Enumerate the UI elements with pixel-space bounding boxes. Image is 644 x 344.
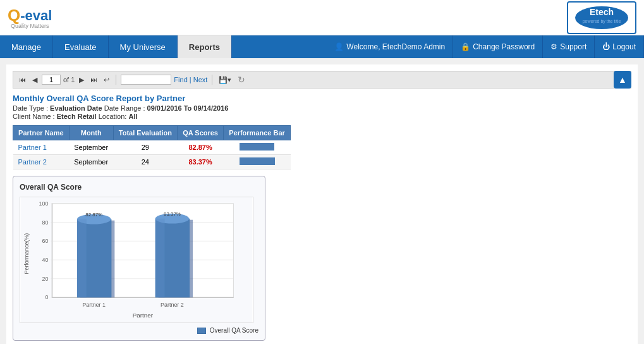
nav-bar: Manage Evaluate My Universe Reports 👤 We… — [0, 35, 644, 58]
search-input[interactable] — [121, 75, 171, 85]
table-row: Partner 1 September 29 82.87% — [13, 140, 291, 155]
svg-text:83.37%: 83.37% — [164, 211, 181, 217]
cell-month: September — [69, 140, 113, 155]
location-label: Location: — [97, 113, 129, 120]
svg-text:powered by the title: powered by the title — [583, 19, 621, 24]
svg-text:20: 20 — [42, 276, 48, 282]
chart-svg: 0 20 40 60 80 100 Performance(%) — [20, 197, 253, 322]
location-value: All — [128, 113, 137, 120]
nav-support[interactable]: ⚙ Support — [543, 35, 595, 58]
date-range-label: Date Range : — [102, 104, 147, 112]
nav-change-password[interactable]: 🔒 Change Password — [453, 35, 543, 58]
lock-icon: 🔒 — [461, 42, 470, 51]
nav-reports[interactable]: Reports — [178, 35, 232, 58]
cell-partner-name: Partner 2 — [13, 155, 70, 169]
svg-text:Partner 2: Partner 2 — [161, 302, 184, 308]
date-type-label: Date Type : — [13, 104, 50, 112]
nav-right: 👤 Welcome, EtechDemo Admin 🔒 Change Pass… — [327, 35, 644, 58]
header: Q -eval Quality Matters Etech powered by… — [0, 0, 644, 35]
svg-text:82.87%: 82.87% — [85, 212, 102, 218]
cell-perf-bar — [224, 140, 291, 155]
report-table: Partner Name Month Total Evaluation QA S… — [13, 125, 291, 169]
date-range-value: 09/01/2016 To 09/14/2016 — [147, 104, 229, 112]
svg-text:40: 40 — [42, 257, 48, 263]
chart-title: Overall QA Score — [20, 183, 258, 192]
toolbar-separator — [116, 75, 116, 85]
last-page-button[interactable]: ⏭ — [88, 75, 99, 85]
support-icon: ⚙ — [550, 42, 557, 51]
cell-perf-bar — [224, 155, 291, 169]
logo-subtitle: Quality Matters — [11, 23, 49, 29]
svg-text:Partner 1: Partner 1 — [82, 302, 106, 308]
svg-rect-23 — [77, 219, 87, 298]
svg-text:Partner: Partner — [133, 312, 154, 319]
col-perf-bar: Performance Bar — [224, 126, 291, 140]
bar-partner2: 83.37% Partner 2 — [155, 211, 193, 309]
prev-page-button[interactable]: ◀ — [30, 75, 39, 85]
nav-back-button[interactable]: ↩ — [102, 75, 111, 85]
report-header: Monthly Overall QA Score Report by Partn… — [13, 94, 631, 120]
svg-rect-29 — [155, 219, 165, 298]
svg-text:60: 60 — [42, 238, 48, 244]
logo-eval: -eval — [20, 8, 52, 24]
scroll-top-button[interactable]: ▲ — [614, 71, 631, 89]
etech-logo: Etech powered by the title — [567, 1, 636, 34]
qeval-logo: Q -eval Quality Matters — [8, 6, 52, 29]
nav-logout[interactable]: ⏻ Logout — [595, 35, 644, 58]
first-page-button[interactable]: ⏮ — [17, 75, 28, 85]
cell-total-eval: 29 — [113, 140, 177, 155]
find-next-label[interactable]: Find | Next — [174, 76, 207, 83]
page-number-input[interactable]: 1 — [42, 75, 61, 85]
cell-qa-score: 82.87% — [178, 140, 224, 155]
cell-qa-score: 83.37% — [178, 155, 224, 169]
cell-partner-name: Partner 1 — [13, 140, 70, 155]
refresh-button[interactable]: ↻ — [236, 73, 247, 86]
chart-box: Overall QA Score 0 20 40 60 — [13, 176, 265, 341]
nav-welcome: 👤 Welcome, EtechDemo Admin — [327, 35, 453, 58]
client-name-value: Etech Retail — [57, 113, 97, 120]
toolbar-separator2 — [212, 75, 212, 85]
export-button[interactable]: 💾▾ — [217, 75, 233, 85]
content-area: ▲ ⏮ ◀ 1 of 1 ▶ ⏭ ↩ Find | Next 💾▾ ↻ Mont… — [6, 64, 638, 344]
chart-legend: Overall QA Score — [20, 327, 258, 334]
col-qa-scores: QA Scores — [178, 126, 224, 140]
col-month: Month — [69, 126, 113, 140]
page-of-label: of 1 — [63, 76, 75, 83]
cell-month: September — [69, 155, 113, 169]
chart-area: 0 20 40 60 80 100 Performance(%) — [20, 197, 253, 323]
svg-text:Etech: Etech — [590, 7, 614, 17]
report-meta-line2: Client Name : Etech Retail Location: All — [13, 113, 631, 120]
next-page-button[interactable]: ▶ — [77, 75, 86, 85]
report-meta-line1: Date Type : Evaluation Date Date Range :… — [13, 104, 631, 112]
legend-label: Overall QA Score — [210, 327, 258, 334]
report-title: Monthly Overall QA Score Report by Partn… — [13, 94, 631, 103]
date-type-value: Evaluation Date — [50, 104, 102, 112]
nav-manage[interactable]: Manage — [0, 35, 53, 58]
col-partner-name: Partner Name — [13, 126, 70, 140]
report-toolbar: ⏮ ◀ 1 of 1 ▶ ⏭ ↩ Find | Next 💾▾ ↻ — [13, 71, 631, 89]
bar-partner1: 82.87% Partner 1 — [77, 212, 114, 309]
client-name-label: Client Name : — [13, 113, 57, 120]
svg-text:100: 100 — [39, 200, 49, 207]
cell-total-eval: 24 — [113, 155, 177, 169]
nav-evaluate[interactable]: Evaluate — [53, 35, 109, 58]
user-icon: 👤 — [334, 42, 344, 51]
table-row: Partner 2 September 24 83.37% — [13, 155, 291, 169]
svg-text:80: 80 — [42, 219, 48, 226]
legend-color-box — [197, 328, 206, 334]
svg-text:Performance(%): Performance(%) — [23, 233, 30, 274]
svg-text:0: 0 — [45, 294, 48, 300]
col-total-eval: Total Evaluation — [113, 126, 177, 140]
nav-my-universe[interactable]: My Universe — [109, 35, 178, 58]
power-icon: ⏻ — [602, 42, 610, 51]
logo-area: Q -eval Quality Matters — [8, 6, 52, 29]
